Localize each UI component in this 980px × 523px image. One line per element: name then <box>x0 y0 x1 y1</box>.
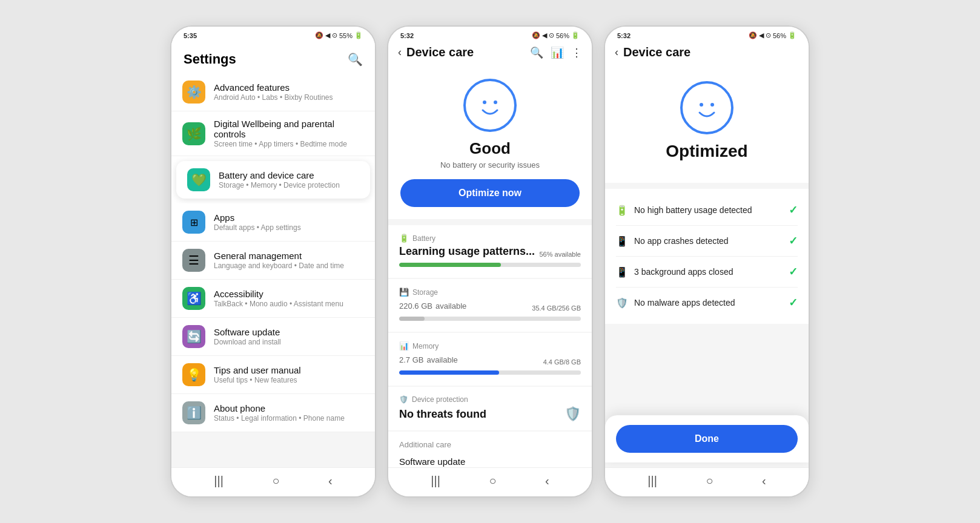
time-3: 5:32 <box>617 32 631 39</box>
smiley-svg <box>472 87 508 123</box>
memory-value: 2.7 GB available <box>399 353 458 366</box>
accessibility-icon: ♿ <box>182 287 205 310</box>
settings-item-tips[interactable]: 💡 Tips and user manual Useful tips • New… <box>171 356 375 394</box>
shield-filled-icon: 🛡️ <box>564 406 581 422</box>
dc-hero: Good No battery or security issues Optim… <box>388 64 592 219</box>
settings-item-advanced[interactable]: ⚙️ Advanced features Android Auto • Labs… <box>171 73 375 111</box>
check-battery: ✓ <box>789 203 798 217</box>
opt-item-battery: 🔋 No high battery usage detected ✓ <box>616 195 798 226</box>
optimized-content: Optimized 🔋 No high battery usage detect… <box>605 64 809 467</box>
battery-row: Learning usage patterns... 56% available <box>399 245 581 258</box>
status-bar-3: 5:32 🔕 ◀ ⊙ 56%🔋 <box>605 27 809 42</box>
additional-item-update[interactable]: Software update <box>399 453 581 467</box>
status-bar-1: 5:35 🔕 ◀ ⊙ 55%🔋 <box>171 27 375 42</box>
check-background: ✓ <box>789 265 798 278</box>
status-icons-3: 🔕 ◀ ⊙ 56%🔋 <box>749 31 796 39</box>
accessibility-name: Accessibility <box>214 289 343 299</box>
settings-item-apps[interactable]: ⊞ Apps Default apps • App settings <box>171 203 375 242</box>
done-bottom-sheet: Done <box>605 415 809 462</box>
bottom-nav-1: ||| ○ ‹ <box>171 467 375 496</box>
nav-recent-3[interactable]: ‹ <box>762 474 766 488</box>
battery-bar-track <box>399 263 581 267</box>
settings-item-wellbeing[interactable]: 🌿 Digital Wellbeing and parental control… <box>171 111 375 156</box>
device-care-header-icons: 🔍 📊 ⋮ <box>530 46 582 59</box>
opt-crashes-icon: 📱 <box>616 235 628 247</box>
apps-icon: ⊞ <box>182 211 205 234</box>
advanced-icon: ⚙️ <box>182 81 205 104</box>
opt-background-icon: 📱 <box>616 266 628 278</box>
nav-home-1[interactable]: ○ <box>272 474 279 488</box>
back-btn-3[interactable]: ‹ <box>615 46 618 59</box>
nav-home-2[interactable]: ○ <box>489 474 496 488</box>
opt-item-malware: 🛡️ No malware apps detected ✓ <box>616 288 798 318</box>
opt-smiley-circle <box>680 81 733 134</box>
svg-point-3 <box>700 103 703 107</box>
storage-info: 35.4 GB/256 GB <box>532 304 581 312</box>
settings-item-accessibility[interactable]: ♿ Accessibility TalkBack • Mono audio • … <box>171 280 375 318</box>
check-malware: ✓ <box>789 296 798 309</box>
memory-row: 2.7 GB available 4.4 GB/8 GB <box>399 353 581 366</box>
opt-item-background: 📱 3 background apps closed ✓ <box>616 257 798 288</box>
general-icon: ☰ <box>182 249 205 272</box>
memory-icon: 📊 <box>399 341 409 350</box>
back-btn-2[interactable]: ‹ <box>398 46 402 59</box>
protection-title: 🛡️ Device protection <box>399 395 581 404</box>
device-care-content: Good No battery or security issues Optim… <box>388 64 592 467</box>
settings-item-battery[interactable]: 💚 Battery and device care Storage • Memo… <box>176 161 370 199</box>
opt-items-list: 🔋 No high battery usage detected ✓ 📱 No … <box>605 189 809 324</box>
threats-value: No threats found 🛡️ <box>399 406 581 422</box>
protection-icon: 🛡️ <box>399 395 408 404</box>
opt-item-crashes: 📱 No app crashes detected ✓ <box>616 226 798 257</box>
opt-background-text: 3 background apps closed <box>634 267 783 277</box>
device-care-title: Device care <box>406 45 530 59</box>
svg-point-1 <box>483 100 486 104</box>
search-icon[interactable]: 🔍 <box>348 52 363 67</box>
battery-bar-fill <box>399 263 501 267</box>
opt-status: Optimized <box>666 142 747 161</box>
check-crashes: ✓ <box>789 234 798 248</box>
settings-item-about[interactable]: ℹ️ About phone Status • Legal informatio… <box>171 394 375 432</box>
optimized-header: ‹ Device care <box>605 42 809 64</box>
status-icons-1: 🔕 ◀ ⊙ 55%🔋 <box>315 31 363 39</box>
settings-item-general[interactable]: ☰ General management Language and keyboa… <box>171 242 375 280</box>
dc-status-sub: No battery or security issues <box>440 160 540 169</box>
about-name: About phone <box>214 403 345 413</box>
apps-name: Apps <box>214 212 301 223</box>
nav-home-3[interactable]: ○ <box>706 474 713 488</box>
general-sub: Language and keyboard • Date and time <box>214 262 344 270</box>
update-icon: 🔄 <box>182 325 205 348</box>
svg-point-4 <box>710 103 714 107</box>
time-2: 5:32 <box>400 32 414 39</box>
settings-item-update[interactable]: 🔄 Software update Download and install <box>171 318 375 356</box>
optimized-title: Device care <box>623 45 799 59</box>
svg-point-0 <box>473 88 507 122</box>
nav-back-2[interactable]: ||| <box>431 474 440 488</box>
nav-recent-1[interactable]: ‹ <box>328 474 333 488</box>
search-icon-2[interactable]: 🔍 <box>530 46 543 59</box>
nav-back-1[interactable]: ||| <box>214 474 223 488</box>
battery-sub: Storage • Memory • Device protection <box>219 181 340 189</box>
memory-bar-track <box>399 370 581 375</box>
additional-title: Additional care <box>399 440 581 449</box>
settings-header: Settings 🔍 <box>171 42 375 73</box>
phone-optimized: 5:32 🔕 ◀ ⊙ 56%🔋 ‹ Device care Optimized <box>604 25 810 498</box>
phone-settings: 5:35 🔕 ◀ ⊙ 55%🔋 Settings 🔍 ⚙️ Advanced f… <box>170 25 376 498</box>
more-icon[interactable]: ⋮ <box>571 46 582 59</box>
chart-icon[interactable]: 📊 <box>551 46 564 59</box>
general-name: General management <box>214 251 344 261</box>
opt-battery-text: No high battery usage detected <box>634 205 783 215</box>
battery-info: 56% available <box>540 251 581 258</box>
tips-name: Tips and user manual <box>214 365 301 375</box>
storage-row: 220.6 GB available 35.4 GB/256 GB <box>399 299 581 312</box>
opt-hero: Optimized <box>605 64 809 183</box>
tips-sub: Useful tips • New features <box>214 376 301 384</box>
battery-section: 🔋 Battery Learning usage patterns... 56%… <box>388 225 592 278</box>
nav-recent-2[interactable]: ‹ <box>545 474 549 488</box>
storage-title: 💾 Storage <box>399 288 581 297</box>
nav-back-3[interactable]: ||| <box>647 474 657 488</box>
storage-bar-track <box>399 317 581 321</box>
wellbeing-icon: 🌿 <box>182 122 205 145</box>
tips-icon: 💡 <box>182 363 205 386</box>
optimize-now-button[interactable]: Optimize now <box>400 179 580 207</box>
done-button[interactable]: Done <box>616 425 798 453</box>
